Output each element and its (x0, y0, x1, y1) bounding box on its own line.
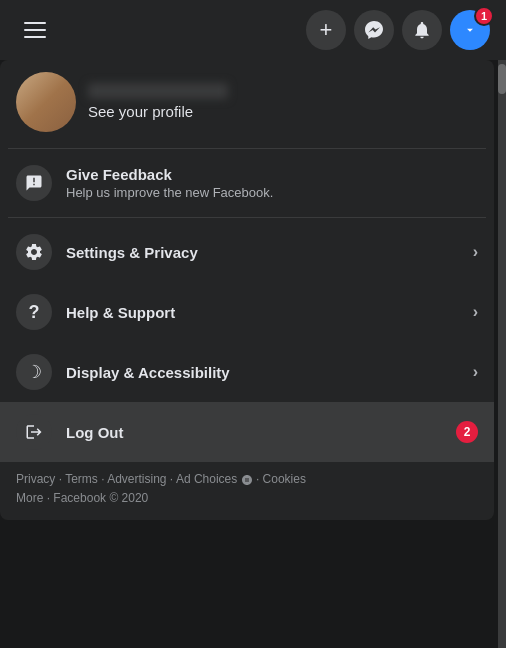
feedback-icon (16, 165, 52, 201)
account-button[interactable]: 1 (450, 10, 490, 50)
avatar (16, 72, 76, 132)
profile-name-blur (88, 83, 228, 99)
divider-2 (8, 217, 486, 218)
profile-info: See your profile (88, 83, 478, 121)
settings-icon (16, 234, 52, 270)
menu-item-help[interactable]: ? Help & Support › (0, 282, 494, 342)
footer-link-more[interactable]: More (16, 491, 43, 505)
footer: Privacy · Terms · Advertising · Ad Choic… (0, 462, 494, 520)
help-title: Help & Support (66, 304, 459, 321)
help-chevron: › (473, 303, 478, 321)
display-chevron: › (473, 363, 478, 381)
footer-copyright: Facebook © 2020 (53, 491, 148, 505)
logout-title: Log Out (66, 424, 438, 441)
logout-icon (16, 414, 52, 450)
settings-chevron: › (473, 243, 478, 261)
logout-text: Log Out (66, 424, 438, 441)
feedback-subtitle: Help us improve the new Facebook. (66, 185, 478, 200)
arrow-down-icon (463, 23, 477, 37)
footer-link-advertising[interactable]: Advertising (107, 472, 166, 486)
feedback-title: Give Feedback (66, 166, 478, 183)
profile-section[interactable]: See your profile (0, 60, 494, 144)
account-badge: 1 (474, 6, 494, 26)
bell-icon (412, 20, 432, 40)
hamburger-menu-button[interactable] (16, 14, 54, 46)
help-icon: ? (16, 294, 52, 330)
create-button[interactable]: + (306, 10, 346, 50)
scrollbar-thumb[interactable] (498, 64, 506, 94)
settings-title: Settings & Privacy (66, 244, 459, 261)
footer-links: Privacy · Terms · Advertising · Ad Choic… (16, 472, 306, 486)
header-right: + 1 (306, 10, 490, 50)
messenger-icon (364, 20, 384, 40)
menu-item-logout[interactable]: Log Out 2 (0, 402, 494, 462)
header: + 1 (0, 0, 506, 60)
settings-text: Settings & Privacy (66, 244, 459, 261)
footer-link-terms[interactable]: Terms (65, 472, 98, 486)
footer-link-privacy[interactable]: Privacy (16, 472, 55, 486)
header-left (16, 14, 54, 46)
footer-more: More · Facebook © 2020 (16, 491, 148, 505)
logout-badge: 2 (456, 421, 478, 443)
footer-link-cookies[interactable]: Cookies (263, 472, 306, 486)
divider-1 (8, 148, 486, 149)
menu-item-feedback[interactable]: Give Feedback Help us improve the new Fa… (0, 153, 494, 213)
feedback-text: Give Feedback Help us improve the new Fa… (66, 166, 478, 200)
menu-item-display[interactable]: ☽ Display & Accessibility › (0, 342, 494, 402)
menu-item-settings[interactable]: Settings & Privacy › (0, 222, 494, 282)
dropdown-panel: See your profile Give Feedback Help us i… (0, 60, 494, 520)
ad-choices-icon (241, 474, 253, 486)
display-title: Display & Accessibility (66, 364, 459, 381)
scrollbar[interactable] (498, 60, 506, 648)
display-icon: ☽ (16, 354, 52, 390)
footer-link-adchoices[interactable]: Ad Choices (176, 472, 237, 486)
notifications-button[interactable] (402, 10, 442, 50)
help-text: Help & Support (66, 304, 459, 321)
messenger-button[interactable] (354, 10, 394, 50)
see-profile-label: See your profile (88, 103, 193, 120)
display-text: Display & Accessibility (66, 364, 459, 381)
